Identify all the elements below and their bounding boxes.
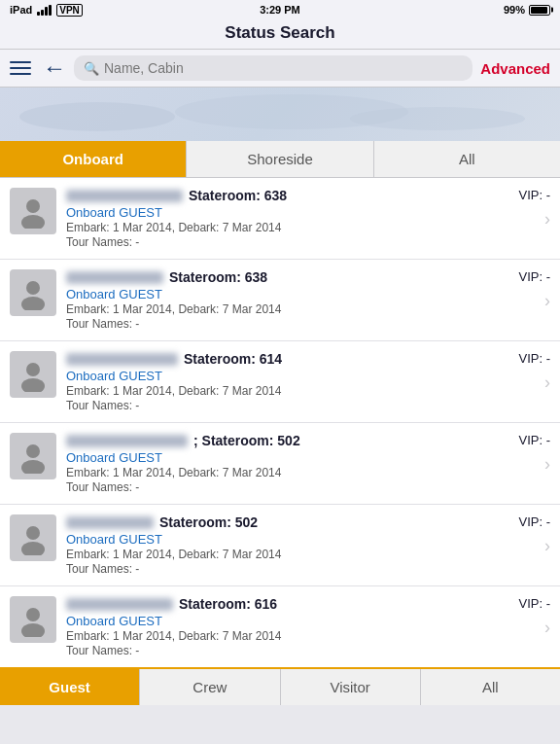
avatar	[10, 596, 56, 643]
tab-all-bottom[interactable]: All	[421, 669, 560, 705]
guest-dates: Embark: 1 Mar 2014, Debark: 7 Mar 2014	[66, 548, 484, 561]
chevron-right-icon: ›	[544, 535, 550, 555]
stateroom-label: Stateroom: 614	[184, 351, 282, 367]
vpn-label: VPN	[56, 4, 83, 17]
svg-point-10	[26, 608, 40, 621]
vip-section: VIP: -	[492, 351, 550, 366]
avatar	[10, 514, 56, 561]
status-bar-right: 99%	[504, 4, 550, 16]
vip-section: VIP: -	[492, 514, 550, 529]
vip-label: VIP: -	[518, 188, 550, 202]
status-bar-left: iPad VPN	[10, 4, 83, 17]
svg-point-4	[26, 363, 40, 376]
guest-name-blur	[66, 516, 154, 529]
svg-point-7	[21, 460, 45, 474]
stateroom-label: Stateroom: 502	[159, 514, 258, 530]
list-item[interactable]: ; Stateroom: 502 Onboard GUEST Embark: 1…	[0, 423, 560, 505]
svg-point-1	[21, 215, 45, 229]
tab-all-top[interactable]: All	[374, 141, 560, 177]
tab-onboard[interactable]: Onboard	[0, 141, 187, 177]
page-title: Status Search	[225, 23, 334, 42]
svg-point-11	[21, 623, 45, 637]
svg-point-5	[21, 378, 45, 392]
guest-info: Stateroom: 638 Onboard GUEST Embark: 1 M…	[66, 269, 484, 331]
vip-section: VIP: -	[492, 433, 550, 447]
stateroom-label: Stateroom: 638	[169, 269, 267, 285]
guest-dates: Embark: 1 Mar 2014, Debark: 7 Mar 2014	[66, 302, 484, 316]
guest-dates: Embark: 1 Mar 2014, Debark: 7 Mar 2014	[66, 384, 484, 398]
guest-type: Onboard GUEST	[66, 287, 484, 301]
search-input[interactable]	[104, 60, 463, 76]
vip-label: VIP: -	[518, 269, 550, 284]
guest-tours: Tour Names: -	[66, 235, 484, 249]
stateroom-label: Stateroom: 638	[189, 188, 287, 203]
vip-label: VIP: -	[518, 514, 550, 529]
advanced-button[interactable]: Advanced	[480, 60, 550, 77]
guest-type: Onboard GUEST	[66, 369, 484, 383]
tab-shoreside[interactable]: Shoreside	[187, 141, 373, 177]
guest-type: Onboard GUEST	[66, 614, 484, 628]
bottom-tab-bar: Guest Crew Visitor All	[0, 667, 560, 705]
tab-visitor[interactable]: Visitor	[281, 669, 421, 705]
svg-point-0	[26, 199, 40, 213]
svg-point-9	[21, 542, 45, 555]
guest-type: Onboard GUEST	[66, 450, 484, 465]
chevron-right-icon: ›	[544, 617, 550, 637]
chevron-right-icon: ›	[544, 208, 550, 229]
search-icon: 🔍	[84, 61, 99, 76]
top-tab-bar: Onboard Shoreside All	[0, 141, 560, 178]
battery-fill	[531, 7, 547, 14]
guest-name-row: Stateroom: 614	[66, 351, 484, 367]
chevron-right-icon: ›	[544, 290, 550, 310]
list-item[interactable]: Stateroom: 502 Onboard GUEST Embark: 1 M…	[0, 505, 560, 586]
svg-point-3	[21, 297, 45, 310]
status-bar: iPad VPN 3:29 PM 99%	[0, 0, 560, 19]
vip-section: VIP: -	[492, 596, 550, 611]
guest-name-row: Stateroom: 638	[66, 269, 484, 285]
title-bar: Status Search	[0, 19, 560, 50]
tab-crew[interactable]: Crew	[140, 669, 280, 705]
avatar	[10, 188, 56, 234]
guest-list: Stateroom: 638 Onboard GUEST Embark: 1 M…	[0, 178, 560, 667]
tab-guest[interactable]: Guest	[0, 669, 140, 705]
list-item[interactable]: Stateroom: 638 Onboard GUEST Embark: 1 M…	[0, 178, 560, 260]
chevron-right-icon: ›	[544, 453, 550, 474]
carrier-label: iPad	[10, 4, 32, 16]
vip-label: VIP: -	[518, 433, 550, 447]
battery-icon	[529, 5, 550, 16]
svg-point-2	[26, 281, 40, 295]
avatar	[10, 269, 56, 316]
svg-point-8	[26, 526, 40, 540]
guest-name-blur	[66, 435, 188, 447]
nav-bar-left: ←	[10, 56, 66, 80]
list-item[interactable]: Stateroom: 638 Onboard GUEST Embark: 1 M…	[0, 260, 560, 341]
guest-info: Stateroom: 614 Onboard GUEST Embark: 1 M…	[66, 351, 484, 412]
guest-type: Onboard GUEST	[66, 532, 484, 547]
guest-info: Stateroom: 638 Onboard GUEST Embark: 1 M…	[66, 188, 484, 249]
guest-name-row: ; Stateroom: 502	[66, 433, 484, 448]
guest-dates: Embark: 1 Mar 2014, Debark: 7 Mar 2014	[66, 629, 484, 643]
avatar	[10, 351, 56, 398]
status-time: 3:29 PM	[260, 4, 300, 16]
guest-info: ; Stateroom: 502 Onboard GUEST Embark: 1…	[66, 433, 484, 494]
back-button[interactable]: ←	[43, 56, 66, 80]
guest-info: Stateroom: 502 Onboard GUEST Embark: 1 M…	[66, 514, 484, 576]
list-item[interactable]: Stateroom: 616 Onboard GUEST Embark: 1 M…	[0, 586, 560, 667]
guest-dates: Embark: 1 Mar 2014, Debark: 7 Mar 2014	[66, 466, 484, 479]
avatar	[10, 433, 56, 479]
guest-name-blur	[66, 598, 173, 611]
search-box[interactable]: 🔍	[74, 55, 472, 81]
guest-dates: Embark: 1 Mar 2014, Debark: 7 Mar 2014	[66, 221, 484, 234]
wifi-icon	[37, 5, 52, 16]
menu-button[interactable]	[10, 61, 31, 75]
map-background	[0, 88, 560, 141]
guest-name-row: Stateroom: 616	[66, 596, 484, 612]
vip-section: VIP: -	[492, 269, 550, 284]
guest-type: Onboard GUEST	[66, 205, 484, 220]
list-item[interactable]: Stateroom: 614 Onboard GUEST Embark: 1 M…	[0, 341, 560, 423]
battery-percent: 99%	[504, 4, 525, 16]
guest-info: Stateroom: 616 Onboard GUEST Embark: 1 M…	[66, 596, 484, 657]
guest-tours: Tour Names: -	[66, 399, 484, 412]
vip-label: VIP: -	[518, 596, 550, 611]
vip-section: VIP: -	[492, 188, 550, 202]
